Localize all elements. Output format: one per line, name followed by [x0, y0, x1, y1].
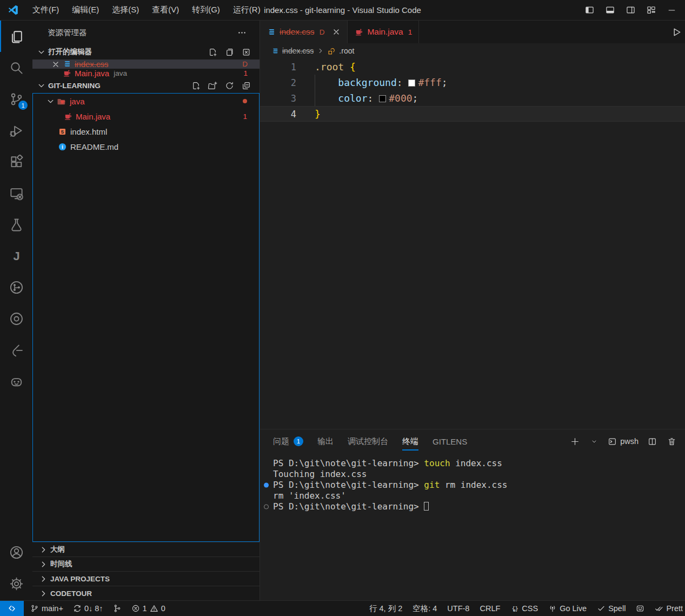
activity-search[interactable]: [0, 52, 32, 83]
status-left-1[interactable]: 0↓ 8↑: [73, 604, 103, 613]
breadcrumb-symbol[interactable]: .root: [339, 47, 354, 55]
panel-tab-1[interactable]: 输出: [317, 429, 334, 453]
editor-tab-index-css[interactable]: index.cssD: [260, 21, 348, 43]
terminal[interactable]: PS D:\git\note\git-learning> touch index…: [260, 453, 685, 600]
tree-item-main-java[interactable]: Main.java1: [33, 109, 259, 124]
workspace-header[interactable]: GIT-LEARNING: [32, 78, 260, 93]
sidebar-section-1[interactable]: 时间线: [32, 557, 260, 571]
chevron-down-icon[interactable]: [46, 97, 55, 106]
open-editors-header[interactable]: 打开的编辑器: [32, 44, 260, 59]
panel-tab-label: 输出: [317, 436, 334, 447]
editor-area: index.cssDMain.java1 index.css .root 1.r…: [260, 21, 685, 600]
menu-item-2[interactable]: 选择(S): [105, 0, 145, 20]
activity-source-control[interactable]: 1: [0, 83, 32, 115]
color-swatch[interactable]: [408, 80, 415, 87]
sidebar-section-0[interactable]: 大纲: [32, 542, 260, 557]
terminal-text: git: [424, 480, 440, 490]
color-swatch[interactable]: [379, 95, 386, 102]
activity-files[interactable]: [0, 21, 32, 52]
panel-tab-0[interactable]: 问题1: [273, 429, 303, 453]
layout-panel-icon[interactable]: [606, 5, 615, 15]
file-label: java: [70, 97, 85, 106]
panel-tab-label: GITLENS: [433, 437, 467, 446]
status-left-3[interactable]: 10: [131, 604, 165, 613]
problem-count-badge: 1: [243, 112, 247, 121]
status-label: 空格: 4: [413, 604, 437, 614]
tree-item-readme-md[interactable]: iREADME.md: [33, 139, 259, 154]
status-label: UTF-8: [447, 604, 469, 613]
collapse-all-button[interactable]: [241, 81, 251, 90]
close-icon[interactable]: [51, 60, 60, 69]
close-icon[interactable]: [332, 28, 341, 36]
menu-item-5[interactable]: 运行(R): [227, 0, 267, 20]
status-left-2[interactable]: [113, 604, 122, 613]
status-left-0[interactable]: main+: [30, 604, 63, 613]
status-right-0[interactable]: 行 4, 列 2: [369, 604, 402, 614]
section-label: 时间线: [50, 559, 72, 569]
minimize-icon[interactable]: [667, 5, 676, 15]
new-file-button[interactable]: [208, 47, 217, 57]
status-right-1[interactable]: 空格: 4: [413, 604, 437, 614]
chevron-down-icon: [37, 81, 46, 90]
activity-java[interactable]: J: [0, 240, 32, 271]
sidebar-section-3[interactable]: CODETOUR: [32, 586, 260, 600]
breadcrumb-file[interactable]: index.css: [282, 47, 314, 55]
new-terminal-button[interactable]: [569, 435, 581, 447]
file-tree: javaMain.java15index.htmliREADME.md: [32, 93, 260, 542]
layout-sidebar-left-icon[interactable]: [585, 5, 594, 15]
terminal-shell-item[interactable]: pwsh: [608, 437, 639, 446]
close-all-button[interactable]: [241, 47, 251, 57]
tree-item-java[interactable]: java: [33, 94, 259, 109]
section-label: CODETOUR: [50, 589, 92, 598]
activity-remote-explorer[interactable]: [0, 177, 32, 209]
css-file-icon: [267, 28, 276, 37]
run-code-button[interactable]: [670, 27, 682, 38]
menu-item-3[interactable]: 查看(V): [145, 0, 185, 20]
activity-settings-gear[interactable]: [0, 568, 32, 599]
command-decoration-filled[interactable]: [264, 483, 269, 488]
save-all-button[interactable]: [224, 47, 234, 57]
activity-debug[interactable]: [0, 115, 32, 146]
chevron-down-icon: [591, 438, 597, 445]
refresh-button[interactable]: [224, 81, 234, 90]
menu-item-4[interactable]: 转到(G): [185, 0, 227, 20]
activity-robot[interactable]: [0, 366, 32, 397]
layout-grid-icon[interactable]: [647, 5, 656, 15]
panel-tab-2[interactable]: 调试控制台: [348, 429, 388, 453]
remote-indicator[interactable]: [0, 601, 24, 616]
layout-sidebar-right-icon[interactable]: [626, 5, 635, 15]
open-editor-item[interactable]: index.cssD: [32, 59, 260, 69]
status-right-5[interactable]: Go Live: [548, 604, 587, 613]
sidebar-section-2[interactable]: JAVA PROJECTS: [32, 571, 260, 586]
new-file-button[interactable]: [191, 81, 201, 90]
menu-item-0[interactable]: 文件(F): [26, 0, 65, 20]
activity-account[interactable]: [0, 536, 32, 568]
activity-record[interactable]: [0, 303, 32, 334]
open-editor-item[interactable]: Main.javajava1: [32, 69, 260, 78]
split-terminal-button[interactable]: [646, 435, 658, 447]
terminal-dropdown-button[interactable]: [588, 435, 600, 447]
status-right-4[interactable]: {}CSS: [510, 604, 538, 613]
line-number: 1: [260, 62, 296, 72]
panel-tab-3[interactable]: 终端: [402, 429, 418, 453]
code-token: [315, 92, 338, 104]
activity-leetcode[interactable]: [0, 334, 32, 366]
activity-extensions[interactable]: [0, 146, 32, 177]
more-actions-button[interactable]: [236, 27, 248, 38]
kill-terminal-button[interactable]: [666, 435, 677, 447]
status-right-3[interactable]: CRLF: [480, 604, 500, 613]
code-editor[interactable]: 1.root {2 background: #fff;3 color: #000…: [260, 58, 685, 429]
panel-tab-4[interactable]: GITLENS: [433, 429, 467, 453]
new-folder-button[interactable]: [208, 81, 217, 90]
status-right-8[interactable]: Prett: [655, 604, 683, 613]
record-icon: [9, 312, 24, 326]
command-decoration-hollow[interactable]: [264, 505, 269, 509]
status-right-2[interactable]: UTF-8: [447, 604, 469, 613]
editor-tab-main-java[interactable]: Main.java1: [348, 21, 419, 43]
menu-item-1[interactable]: 编辑(E): [65, 0, 105, 20]
activity-testing[interactable]: [0, 209, 32, 240]
status-right-7[interactable]: [636, 604, 644, 613]
activity-gitlens[interactable]: [0, 271, 32, 303]
status-right-6[interactable]: Spell: [597, 604, 626, 613]
tree-item-index-html[interactable]: 5index.html: [33, 124, 259, 139]
